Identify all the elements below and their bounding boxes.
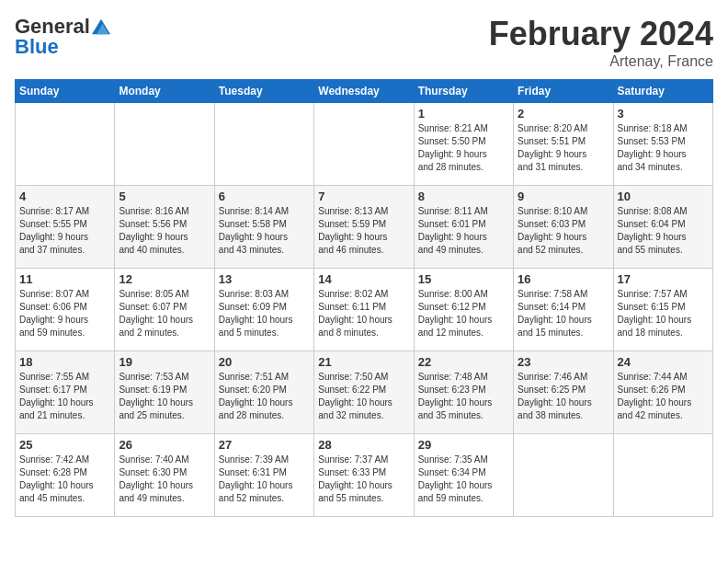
day-number: 22 <box>418 355 509 369</box>
calendar-cell: 14Sunrise: 8:02 AM Sunset: 6:11 PM Dayli… <box>314 269 414 351</box>
calendar-cell <box>514 434 613 517</box>
day-info: Sunrise: 8:03 AM Sunset: 6:09 PM Dayligh… <box>219 288 310 339</box>
day-number: 29 <box>418 438 509 452</box>
day-info: Sunrise: 8:16 AM Sunset: 5:56 PM Dayligh… <box>119 205 210 257</box>
location: Artenay, France <box>489 53 713 70</box>
day-info: Sunrise: 7:39 AM Sunset: 6:31 PM Dayligh… <box>219 454 310 505</box>
day-number: 23 <box>518 355 609 369</box>
day-of-week-friday: Friday <box>514 80 613 103</box>
day-of-week-sunday: Sunday <box>16 80 115 103</box>
day-info: Sunrise: 8:21 AM Sunset: 5:50 PM Dayligh… <box>418 122 509 174</box>
calendar-cell: 4Sunrise: 8:17 AM Sunset: 5:55 PM Daylig… <box>16 186 115 269</box>
day-number: 25 <box>19 438 110 452</box>
day-number: 8 <box>418 190 509 203</box>
day-info: Sunrise: 8:11 AM Sunset: 6:01 PM Dayligh… <box>418 205 509 257</box>
day-info: Sunrise: 8:02 AM Sunset: 6:11 PM Dayligh… <box>318 288 409 339</box>
day-info: Sunrise: 8:17 AM Sunset: 5:55 PM Dayligh… <box>19 205 110 257</box>
calendar-cell: 12Sunrise: 8:05 AM Sunset: 6:07 PM Dayli… <box>115 269 214 351</box>
logo-icon <box>92 17 110 36</box>
day-number: 15 <box>418 272 509 286</box>
calendar-cell: 28Sunrise: 7:37 AM Sunset: 6:33 PM Dayli… <box>314 434 414 517</box>
calendar-cell: 7Sunrise: 8:13 AM Sunset: 5:59 PM Daylig… <box>314 186 414 269</box>
day-info: Sunrise: 8:07 AM Sunset: 6:06 PM Dayligh… <box>19 288 110 339</box>
day-number: 7 <box>318 190 409 203</box>
calendar-cell: 5Sunrise: 8:16 AM Sunset: 5:56 PM Daylig… <box>115 186 214 269</box>
calendar-header-row: SundayMondayTuesdayWednesdayThursdayFrid… <box>16 80 713 103</box>
calendar-cell: 29Sunrise: 7:35 AM Sunset: 6:34 PM Dayli… <box>414 434 513 517</box>
day-info: Sunrise: 7:55 AM Sunset: 6:17 PM Dayligh… <box>19 371 110 422</box>
day-info: Sunrise: 7:57 AM Sunset: 6:15 PM Dayligh… <box>618 288 709 339</box>
logo: General Blue <box>15 15 110 59</box>
day-number: 2 <box>518 107 609 121</box>
calendar-cell: 20Sunrise: 7:51 AM Sunset: 6:20 PM Dayli… <box>214 351 313 434</box>
calendar-cell: 9Sunrise: 8:10 AM Sunset: 6:03 PM Daylig… <box>514 186 613 269</box>
calendar-cell <box>115 103 214 186</box>
page-header: General Blue February 2024 Artenay, Fran… <box>15 15 713 70</box>
day-of-week-monday: Monday <box>115 80 214 103</box>
day-number: 16 <box>518 272 609 286</box>
day-of-week-wednesday: Wednesday <box>314 80 414 103</box>
day-number: 4 <box>19 190 110 203</box>
calendar-week-5: 25Sunrise: 7:42 AM Sunset: 6:28 PM Dayli… <box>16 434 713 517</box>
calendar-cell: 3Sunrise: 8:18 AM Sunset: 5:53 PM Daylig… <box>613 103 712 186</box>
day-of-week-saturday: Saturday <box>613 80 712 103</box>
day-info: Sunrise: 8:10 AM Sunset: 6:03 PM Dayligh… <box>518 205 609 257</box>
day-number: 24 <box>618 355 709 369</box>
day-number: 17 <box>618 272 709 286</box>
day-number: 28 <box>318 438 409 452</box>
calendar-cell: 1Sunrise: 8:21 AM Sunset: 5:50 PM Daylig… <box>414 103 513 186</box>
day-info: Sunrise: 7:53 AM Sunset: 6:19 PM Dayligh… <box>119 371 210 422</box>
day-info: Sunrise: 7:51 AM Sunset: 6:20 PM Dayligh… <box>219 371 310 422</box>
day-number: 13 <box>219 272 310 286</box>
calendar-cell: 27Sunrise: 7:39 AM Sunset: 6:31 PM Dayli… <box>214 434 313 517</box>
day-number: 14 <box>318 272 409 286</box>
day-number: 1 <box>418 107 509 121</box>
calendar-week-4: 18Sunrise: 7:55 AM Sunset: 6:17 PM Dayli… <box>16 351 713 434</box>
calendar-cell: 11Sunrise: 8:07 AM Sunset: 6:06 PM Dayli… <box>16 269 115 351</box>
calendar-cell <box>613 434 712 517</box>
calendar-cell: 19Sunrise: 7:53 AM Sunset: 6:19 PM Dayli… <box>115 351 214 434</box>
calendar-cell: 25Sunrise: 7:42 AM Sunset: 6:28 PM Dayli… <box>16 434 115 517</box>
calendar-cell: 8Sunrise: 8:11 AM Sunset: 6:01 PM Daylig… <box>414 186 513 269</box>
day-number: 10 <box>618 190 709 203</box>
day-info: Sunrise: 8:05 AM Sunset: 6:07 PM Dayligh… <box>119 288 210 339</box>
day-info: Sunrise: 8:20 AM Sunset: 5:51 PM Dayligh… <box>518 122 609 174</box>
day-info: Sunrise: 8:00 AM Sunset: 6:12 PM Dayligh… <box>418 288 509 339</box>
calendar-cell: 26Sunrise: 7:40 AM Sunset: 6:30 PM Dayli… <box>115 434 214 517</box>
day-number: 19 <box>119 355 210 369</box>
day-number: 18 <box>19 355 110 369</box>
day-number: 27 <box>219 438 310 452</box>
calendar-cell: 22Sunrise: 7:48 AM Sunset: 6:23 PM Dayli… <box>414 351 513 434</box>
day-info: Sunrise: 7:50 AM Sunset: 6:22 PM Dayligh… <box>318 371 409 422</box>
day-of-week-tuesday: Tuesday <box>214 80 313 103</box>
calendar-cell: 16Sunrise: 7:58 AM Sunset: 6:14 PM Dayli… <box>514 269 613 351</box>
day-info: Sunrise: 7:35 AM Sunset: 6:34 PM Dayligh… <box>418 454 509 505</box>
calendar-cell: 23Sunrise: 7:46 AM Sunset: 6:25 PM Dayli… <box>514 351 613 434</box>
calendar-week-2: 4Sunrise: 8:17 AM Sunset: 5:55 PM Daylig… <box>16 186 713 269</box>
day-number: 11 <box>19 272 110 286</box>
calendar-cell <box>16 103 115 186</box>
day-info: Sunrise: 7:37 AM Sunset: 6:33 PM Dayligh… <box>318 454 409 505</box>
day-info: Sunrise: 7:42 AM Sunset: 6:28 PM Dayligh… <box>19 454 110 505</box>
calendar-cell: 2Sunrise: 8:20 AM Sunset: 5:51 PM Daylig… <box>514 103 613 186</box>
day-info: Sunrise: 7:44 AM Sunset: 6:26 PM Dayligh… <box>618 371 709 422</box>
day-number: 26 <box>119 438 210 452</box>
day-of-week-thursday: Thursday <box>414 80 513 103</box>
calendar-cell: 13Sunrise: 8:03 AM Sunset: 6:09 PM Dayli… <box>214 269 313 351</box>
day-info: Sunrise: 7:48 AM Sunset: 6:23 PM Dayligh… <box>418 371 509 422</box>
calendar-cell: 10Sunrise: 8:08 AM Sunset: 6:04 PM Dayli… <box>613 186 712 269</box>
day-number: 3 <box>618 107 709 121</box>
calendar-table: SundayMondayTuesdayWednesdayThursdayFrid… <box>15 79 713 517</box>
day-info: Sunrise: 8:14 AM Sunset: 5:58 PM Dayligh… <box>219 205 310 257</box>
day-info: Sunrise: 7:46 AM Sunset: 6:25 PM Dayligh… <box>518 371 609 422</box>
day-number: 21 <box>318 355 409 369</box>
calendar-cell: 24Sunrise: 7:44 AM Sunset: 6:26 PM Dayli… <box>613 351 712 434</box>
calendar-cell <box>214 103 313 186</box>
calendar-cell: 15Sunrise: 8:00 AM Sunset: 6:12 PM Dayli… <box>414 269 513 351</box>
day-info: Sunrise: 7:58 AM Sunset: 6:14 PM Dayligh… <box>518 288 609 339</box>
month-title: February 2024 <box>489 15 713 53</box>
title-area: February 2024 Artenay, France <box>489 15 713 70</box>
day-number: 20 <box>219 355 310 369</box>
day-number: 12 <box>119 272 210 286</box>
day-info: Sunrise: 7:40 AM Sunset: 6:30 PM Dayligh… <box>119 454 210 505</box>
